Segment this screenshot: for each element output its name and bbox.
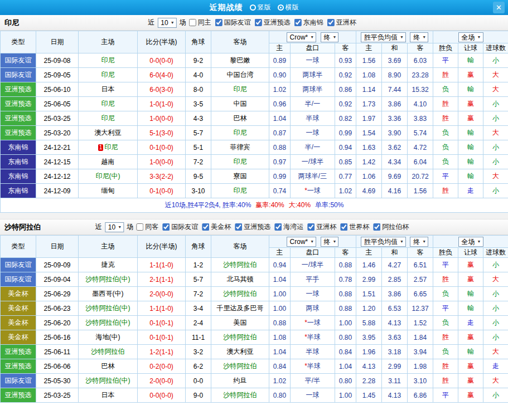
filter-checkbox[interactable]	[162, 223, 170, 231]
games-count-select[interactable]: 10▼	[157, 18, 176, 28]
scope-select[interactable]: 全场▼	[458, 237, 483, 247]
sub-header-let: 让球	[458, 43, 483, 53]
cell-odds-win: 1.56	[356, 53, 382, 68]
crow-odds-value: Crow*	[290, 33, 308, 41]
cell-result-goals: 大	[483, 82, 508, 97]
cell-result-handicap: 輸	[458, 140, 483, 155]
cell-odds-lose: 15.32	[408, 82, 433, 97]
crow-odds-select[interactable]: Crow*▼	[287, 237, 317, 247]
cell-result-wdl: 负	[433, 155, 458, 169]
match-row: 国际友谊25-09-04沙特阿拉伯(中)2-1(1-1)5-7北马其顿1.04平…	[1, 272, 508, 287]
cell-away-team: 寮国	[211, 169, 269, 184]
sub-header-crow-away: 客	[335, 43, 356, 53]
chevron-down-icon: ▼	[171, 19, 175, 27]
filter-checkbox[interactable]	[307, 223, 315, 231]
scope-select[interactable]: 全场▼	[458, 32, 483, 42]
cell-competition: 亚洲预选	[1, 388, 36, 403]
cell-handicap-odds-home: 0.87	[269, 126, 291, 140]
away-team-name: 沙特阿拉伯	[224, 290, 257, 297]
vertical-layout-radio[interactable]: 竖版	[250, 3, 271, 12]
cell-handicap-odds-away: 0.88	[335, 258, 356, 272]
cell-odds-win: 2.99	[356, 272, 382, 287]
close-button[interactable]: ✕	[493, 2, 505, 13]
col-header-home: 主场	[79, 31, 138, 53]
final-odds-select[interactable]: 终▼	[321, 237, 339, 247]
cell-corners: 3-5	[186, 97, 211, 111]
home-team-name: 印尼	[101, 114, 115, 122]
crow-odds-select[interactable]: Crow*▼	[287, 32, 317, 42]
filter-checkbox[interactable]	[340, 223, 347, 231]
cell-date: 24-12-09	[36, 184, 79, 198]
cell-result-handicap: 赢	[458, 111, 483, 126]
cell-score: 3-3(2-2)	[138, 169, 186, 184]
cell-date: 25-06-29	[36, 287, 79, 301]
cell-handicap-odds-home: 1.04	[269, 345, 291, 359]
cell-handicap-odds-away: 1.04	[335, 359, 356, 374]
cell-odds-lose: 4.10	[408, 97, 433, 111]
cell-odds-draw: 8.90	[382, 68, 408, 82]
cell-result-handicap: 輸	[458, 301, 483, 316]
filter-checkbox[interactable]	[274, 223, 282, 231]
match-row: 国际友谊25-09-08印尼0-0(0-0)9-2黎巴嫩0.89一球0.931.…	[1, 53, 508, 68]
filter-checkbox[interactable]	[255, 19, 262, 26]
filter-option: 阿拉伯杯	[373, 222, 409, 232]
cell-away-team: 菲律宾	[211, 140, 269, 155]
filter-option-label: 东南锦	[303, 18, 323, 27]
filter-checkbox[interactable]	[189, 19, 196, 26]
cell-handicap-line: 两球半	[291, 68, 335, 82]
cell-result-goals: 大	[483, 126, 508, 140]
cell-result-goals: 大	[483, 272, 508, 287]
cell-corners: 7-2	[186, 155, 211, 169]
cell-odds-win: 5.88	[356, 316, 382, 330]
cell-handicap-line: 一球	[291, 287, 335, 301]
cell-result-wdl: 胜	[433, 272, 458, 287]
cell-corners: 4-0	[186, 68, 211, 82]
wdl-avg-select[interactable]: 胜平负均值▼	[361, 32, 406, 42]
filter-checkbox[interactable]	[294, 19, 302, 26]
sub-header-crow-home: 主	[269, 248, 291, 258]
filter-option-label: 海湾运	[283, 222, 303, 232]
near-label: 近	[95, 222, 102, 232]
wdl-avg-select[interactable]: 胜平负均值▼	[361, 237, 406, 247]
filter-checkbox[interactable]	[235, 223, 242, 231]
away-gives-marker: *	[304, 362, 307, 370]
cell-result-handicap: 輸	[458, 155, 483, 169]
cell-competition: 亚洲预选	[1, 82, 36, 97]
cell-away-team: 千里达及多巴哥	[211, 301, 269, 316]
cell-handicap-odds-home: 1.02	[269, 374, 291, 388]
cell-result-goals: 小	[483, 258, 508, 272]
section-divider	[0, 213, 508, 219]
filter-checkbox[interactable]	[327, 19, 335, 26]
final-wdl-select[interactable]: 终▼	[410, 237, 428, 247]
sub-header-odds-draw: 和	[382, 248, 408, 258]
page-title: 近期战绩	[210, 3, 243, 13]
filter-checkbox[interactable]	[215, 19, 222, 26]
cell-home-team: 捷克	[79, 258, 138, 272]
horizontal-layout-radio[interactable]: 横版	[278, 3, 299, 12]
final-wdl-select[interactable]: 终▼	[410, 32, 428, 42]
cell-result-handicap: 輸	[458, 82, 483, 97]
chevron-down-icon: ▼	[333, 238, 337, 246]
sub-header-odds-win: 主	[356, 43, 382, 53]
filter-checkbox[interactable]	[373, 223, 380, 231]
cell-date: 25-06-20	[36, 316, 79, 330]
filter-checkbox[interactable]	[136, 223, 143, 231]
cell-result-wdl: 胜	[433, 330, 458, 345]
cell-result-goals: 小	[483, 301, 508, 316]
home-team-name: 越南	[101, 158, 115, 165]
games-count-select[interactable]: 10▼	[105, 222, 124, 232]
sub-header-wdl: 胜负	[433, 43, 458, 53]
chevron-down-icon: ▼	[118, 223, 122, 231]
final-odds-select[interactable]: 终▼	[321, 32, 339, 42]
cell-date: 25-09-04	[36, 272, 79, 287]
filter-checkbox[interactable]	[202, 223, 209, 231]
cell-score: 1-1(1-0)	[138, 258, 186, 272]
cell-result-goals: 走	[483, 359, 508, 374]
cell-competition: 美金杯	[1, 287, 36, 301]
cell-result-wdl: 负	[433, 140, 458, 155]
cell-competition: 国际友谊	[1, 374, 36, 388]
sub-header-handicap: 盘口	[291, 248, 335, 258]
cell-competition: 亚洲预选	[1, 97, 36, 111]
wdl-avg-value: 胜平负均值	[364, 238, 398, 246]
chevron-down-icon: ▼	[422, 33, 426, 41]
